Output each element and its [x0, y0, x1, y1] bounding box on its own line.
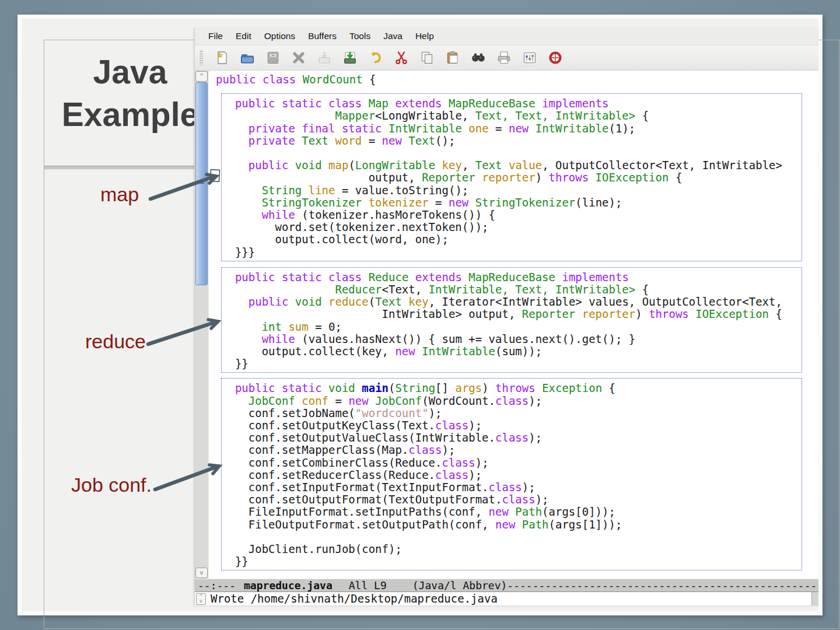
search-icon[interactable] — [470, 50, 487, 66]
print-icon[interactable] — [495, 50, 512, 66]
toolbar-grip-handle[interactable] — [200, 50, 203, 65]
code-line: FileOutputFormat.setOutputPath(conf, new… — [222, 519, 802, 531]
slide-canvas: Java Example map reduce Job conf. FileEd… — [0, 0, 840, 630]
code-area: ^ v public class WordCount { public stat… — [195, 71, 818, 579]
code-line: while (tokenizer.hasMoreTokens()) { — [222, 209, 802, 221]
undo-icon[interactable] — [367, 50, 384, 66]
code-box-reduce: public static class Reduce extends MapRe… — [221, 267, 802, 373]
cut-icon[interactable] — [393, 50, 410, 66]
modeline-filename: mapreduce.java — [244, 579, 332, 592]
copy-icon[interactable] — [418, 50, 435, 66]
code-line: conf.setInputFormat(TextInputFormat.clas… — [222, 481, 802, 494]
code-line: conf.setJobName("wordcount"); — [222, 407, 802, 419]
save-icon[interactable] — [316, 50, 332, 66]
code-line: public static class Reduce extends MapRe… — [222, 271, 802, 284]
code-line: }} — [222, 358, 802, 370]
close-buffer-icon[interactable] — [290, 50, 307, 66]
menu-item-help[interactable]: Help — [409, 29, 440, 44]
code-line: public class WordCount { — [216, 74, 819, 86]
code-line: StringTokenizer tokenizer = new StringTo… — [222, 197, 802, 209]
code-line: public void reduce(Text key, Iterator<In… — [222, 296, 802, 308]
code-line: output.collect(key, new IntWritable(sum)… — [222, 345, 802, 358]
menu-item-buffers[interactable]: Buffers — [302, 29, 343, 44]
label-map: map — [100, 183, 139, 206]
code-line: conf.setOutputKeyClass(Text.class); — [222, 419, 802, 432]
modeline-mode: (Java/l Abbrev) — [412, 579, 508, 592]
code-line: conf.setCombinerClass(Reduce.class); — [222, 457, 802, 469]
scroll-up-icon[interactable]: ^ — [195, 71, 208, 82]
open-file-icon[interactable] — [239, 50, 256, 66]
code-line: conf.setOutputValueClass(IntWritable.cla… — [222, 432, 802, 444]
page-title-line1: Java — [44, 51, 216, 93]
menu-bar: FileEditOptionsBuffersToolsJavaHelp — [195, 27, 818, 46]
code-line: JobConf conf = new JobConf(WordCount.cla… — [222, 395, 802, 407]
modeline-status: --:--- — [198, 579, 236, 592]
code-box-jobconf: public static void main(String[] args) t… — [221, 378, 802, 570]
page-title-line2: Example — [44, 93, 216, 136]
code-line: private final static IntWritable one = n… — [222, 123, 802, 135]
minibuffer-scroll-icon[interactable]: ^v — [196, 593, 206, 605]
code-line — [222, 531, 802, 543]
menu-item-edit[interactable]: Edit — [229, 29, 258, 44]
label-reduce: reduce — [85, 330, 146, 353]
resize-grip[interactable] — [811, 592, 818, 606]
code-line — [222, 147, 802, 159]
scrollbar[interactable]: ^ v — [195, 71, 209, 579]
code-content: public class WordCount { public static c… — [209, 71, 819, 579]
toolbar — [195, 46, 818, 71]
mode-line: --:---mapreduce.javaAll L9(Java/l Abbrev… — [195, 579, 818, 592]
modeline-position: All L9 — [349, 579, 387, 592]
customize-icon[interactable] — [521, 50, 538, 66]
code-line: Mapper<LongWritable, Text, Text, IntWrit… — [222, 110, 802, 122]
code-line: JobClient.runJob(conf); — [222, 543, 802, 555]
code-line: Reducer<Text, IntWritable, Text, IntWrit… — [222, 284, 802, 296]
minibuffer[interactable]: ^v Wrote /home/shivnath/Desktop/mapreduc… — [195, 592, 818, 606]
menu-item-java[interactable]: Java — [377, 29, 409, 44]
label-jobconf: Job conf. — [71, 474, 152, 496]
code-line: public void map(LongWritable key, Text v… — [222, 159, 802, 172]
new-file-icon[interactable] — [213, 50, 230, 66]
minibuffer-message: Wrote /home/shivnath/Desktop/mapreduce.j… — [211, 592, 498, 606]
code-line: int sum = 0; — [222, 321, 802, 333]
code-line: String line = value.toString(); — [222, 184, 802, 197]
menu-item-tools[interactable]: Tools — [343, 29, 377, 44]
code-line: conf.setReducerClass(Reduce.class); — [222, 469, 802, 481]
code-line: while (values.hasNext()) { sum += values… — [222, 333, 802, 345]
page-title: Java Example — [44, 51, 216, 136]
dired-icon[interactable] — [264, 50, 281, 66]
code-line: conf.setOutputFormat(TextOutputFormat.cl… — [222, 494, 802, 506]
code-line: output, Reporter reporter) throws IOExce… — [222, 172, 802, 184]
code-line: conf.setMapperClass(Map.class); — [222, 444, 802, 456]
code-line: FileInputFormat.setInputPaths(conf, new … — [222, 506, 802, 518]
emacs-window: FileEditOptionsBuffersToolsJavaHelp — [194, 27, 818, 606]
save-as-icon[interactable] — [341, 50, 358, 66]
code-line: word.set(tokenizer.nextToken()); — [222, 221, 802, 233]
scroll-down-icon[interactable]: v — [195, 568, 208, 578]
code-intro-line: public class WordCount { — [216, 74, 819, 86]
modeline-dashes: ----------------------------------------… — [507, 579, 818, 592]
menu-item-file[interactable]: File — [202, 29, 229, 44]
code-line: IntWritable> output, Reporter reporter) … — [222, 308, 802, 320]
code-line: output.collect(word, one); — [222, 233, 802, 246]
help-icon[interactable] — [547, 50, 564, 66]
code-line: public static class Map extends MapReduc… — [222, 97, 802, 110]
code-line: public static void main(String[] args) t… — [222, 382, 802, 394]
code-line: }} — [222, 555, 802, 568]
title-divider — [44, 166, 216, 170]
code-box-map: public static class Map extends MapReduc… — [221, 93, 802, 261]
code-line: }}} — [222, 246, 802, 258]
paste-icon[interactable] — [444, 50, 461, 66]
code-line: private Text word = new Text(); — [222, 135, 802, 147]
menu-item-options[interactable]: Options — [258, 29, 302, 44]
scrollbar-thumb[interactable] — [195, 82, 208, 285]
